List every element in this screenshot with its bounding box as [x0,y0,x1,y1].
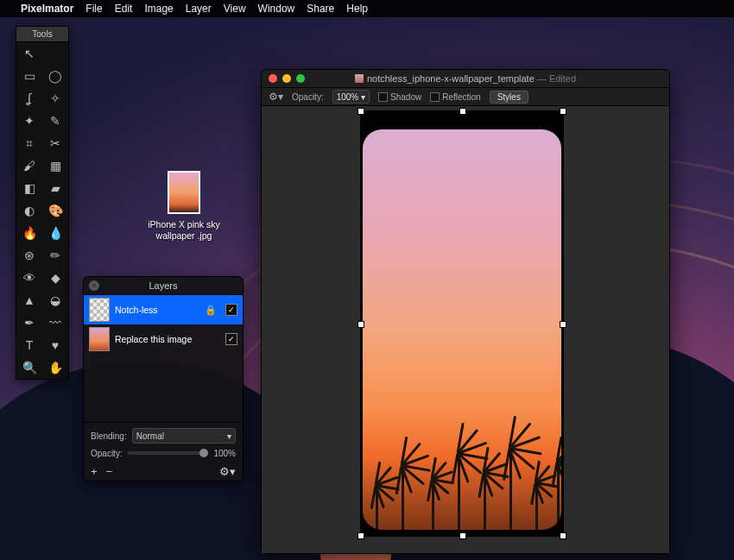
file-label: iPhone X pink sky wallpaper .jpg [141,219,227,242]
handle-ne[interactable] [560,108,566,115]
tool-smudge[interactable]: 🎨 [42,199,68,222]
tools-panel[interactable]: Tools ↖ ▭◯ʆ✧✦✎⌗✂🖌▦◧▰◐🎨🔥💧⊛✏👁◆▲◒✒〰T♥🔍✋ [16,26,69,380]
tool-shape[interactable]: ♥ [42,334,68,356]
palm-silhouettes [363,426,561,530]
window-title: notchless_iphone-x-wallpaper_template — … [262,73,669,84]
tool-sharpen[interactable]: ◆ [42,267,68,289]
lock-icon[interactable]: 🔒 [205,305,217,316]
tool-sponge[interactable]: ◒ [42,289,68,311]
tool-hand[interactable]: ✋ [42,356,68,379]
layers-panel[interactable]: × Layers Notch-less 🔒 Replace this image… [83,276,244,481]
menu-image[interactable]: Image [144,3,173,15]
window-minimize-button[interactable] [282,74,291,83]
wallpaper-image [363,129,561,530]
opacity-slider[interactable] [128,451,209,455]
handle-sw[interactable] [358,532,364,539]
tool-fill[interactable]: ▰ [42,177,68,199]
canvas[interactable] [262,106,669,553]
layers-list[interactable]: Notch-less 🔒 Replace this image [84,295,243,422]
opacity-label: Opacity: [91,449,123,458]
window-close-button[interactable] [269,74,277,83]
tool-move[interactable]: ↖ [16,42,42,65]
tool-ellipse-select[interactable]: ◯ [42,65,68,87]
tool-brush[interactable]: 🖌 [16,154,42,177]
options-bar: ⚙︎▾ Opacity: 100% ▾ Shadow Reflection St… [262,88,669,106]
handle-se[interactable] [560,532,566,539]
tool-red-eye[interactable]: 👁 [16,267,42,289]
tool-pen[interactable]: ✒ [16,311,42,334]
menu-share[interactable]: Share [307,3,334,15]
document-window[interactable]: notchless_iphone-x-wallpaper_template — … [261,69,670,554]
remove-layer-button[interactable]: − [106,465,113,478]
layers-title: Layers [149,280,177,291]
tool-freeform[interactable]: 〰 [42,311,68,334]
tool-polygon-lasso[interactable]: ✧ [42,87,68,110]
proxy-icon [355,74,364,83]
blending-select[interactable]: Normal▾ [132,428,236,444]
layer-name: Replace this image [115,334,220,344]
artboard [360,110,564,537]
tool-pixel[interactable]: ▦ [42,154,68,177]
tool-eraser[interactable]: ◧ [16,177,42,199]
shadow-toggle[interactable]: Shadow [378,92,421,102]
titlebar[interactable]: notchless_iphone-x-wallpaper_template — … [262,70,669,88]
menu-view[interactable]: View [224,3,246,15]
tool-transform[interactable] [42,42,68,65]
handle-s[interactable] [459,532,466,539]
layer-thumb [89,327,110,351]
tool-dodge[interactable]: 💧 [42,222,68,244]
layer-name: Notch-less [115,305,199,315]
tool-text[interactable]: T [16,334,42,356]
tool-rect-select[interactable]: ▭ [16,65,42,87]
tool-magic-wand[interactable]: ✦ [16,110,42,132]
blending-label: Blending: [91,431,127,441]
opacity-value: 100% [213,449,236,458]
styles-button[interactable]: Styles [490,91,528,104]
layer-row[interactable]: Replace this image [84,324,243,354]
tool-heal[interactable]: ✏ [42,244,68,267]
layer-bounds[interactable] [360,110,564,537]
menu-file[interactable]: File [85,3,102,15]
tool-crop[interactable]: ⌗ [16,132,42,154]
file-thumbnail [168,171,200,214]
app-menu[interactable]: Pixelmator [21,3,73,15]
menu-window[interactable]: Window [258,3,295,15]
desktop-file[interactable]: iPhone X pink sky wallpaper .jpg [165,171,203,217]
tool-gradient[interactable]: ◐ [16,199,42,222]
tools-title: Tools [16,27,68,42]
visibility-toggle[interactable] [225,304,237,316]
tool-zoom[interactable]: 🔍 [16,356,42,379]
tool-clone[interactable]: ⊛ [16,244,42,267]
layers-close-button[interactable]: × [89,280,99,291]
handle-e[interactable] [560,321,566,328]
layer-thumb [89,298,110,322]
handle-w[interactable] [358,321,364,328]
options-gear-menu[interactable]: ⚙︎▾ [269,91,283,103]
opacity-dropdown[interactable]: 100% ▾ [332,90,370,104]
tool-lasso[interactable]: ʆ [16,87,42,110]
tool-burn[interactable]: 🔥 [16,222,42,244]
add-layer-button[interactable]: + [91,465,98,478]
tool-paint-select[interactable]: ✎ [42,110,68,132]
reflection-toggle[interactable]: Reflection [430,92,480,102]
tool-blur[interactable]: ▲ [16,289,42,311]
layer-fx-menu[interactable]: ⚙︎▾ [219,465,236,478]
visibility-toggle[interactable] [225,333,237,345]
window-zoom-button[interactable] [296,74,305,83]
handle-nw[interactable] [358,108,364,115]
menu-edit[interactable]: Edit [115,3,133,15]
menubar: Pixelmator File Edit Image Layer View Wi… [0,0,734,17]
tool-slice[interactable]: ✂ [42,132,68,154]
menu-layer[interactable]: Layer [186,3,212,15]
handle-n[interactable] [459,108,466,115]
opacity-label: Opacity: [292,92,324,102]
layer-row[interactable]: Notch-less 🔒 [84,295,243,324]
menu-help[interactable]: Help [346,3,368,15]
